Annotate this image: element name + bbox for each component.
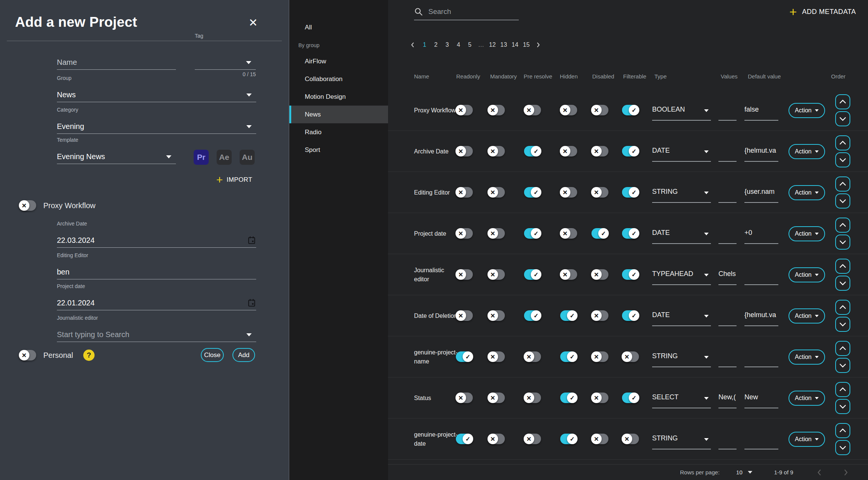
pre-resolve-toggle[interactable]: ✕ <box>524 351 541 362</box>
order-down-button[interactable] <box>835 235 850 250</box>
order-down-button[interactable] <box>835 317 850 332</box>
default-value-field[interactable] <box>744 348 778 367</box>
hidden-toggle[interactable]: ✕ <box>560 187 577 198</box>
default-value-field[interactable]: {helmut.va <box>744 307 778 326</box>
hidden-toggle[interactable]: ✓ <box>560 310 577 321</box>
action-button[interactable]: Action <box>789 144 825 159</box>
journalistic-editor-field[interactable]: Journalistic editor Start typing to Sear… <box>57 321 256 342</box>
filterable-toggle[interactable]: ✓ <box>622 228 639 239</box>
readonly-toggle[interactable]: ✕ <box>456 269 473 280</box>
order-up-button[interactable] <box>835 300 850 315</box>
readonly-toggle[interactable]: ✓ <box>456 351 473 362</box>
order-down-button[interactable] <box>835 152 850 167</box>
type-select[interactable]: DATE <box>652 142 711 162</box>
editing-editor-field[interactable]: Editing Editor ben <box>57 258 256 279</box>
order-up-button[interactable] <box>835 259 850 274</box>
disabled-toggle[interactable]: ✓ <box>591 228 608 239</box>
page-12[interactable]: 12 <box>489 41 496 48</box>
sidebar-item-airflow[interactable]: AirFlow <box>289 52 389 70</box>
hidden-toggle[interactable]: ✕ <box>560 146 577 156</box>
pre-resolve-toggle[interactable]: ✓ <box>524 310 541 321</box>
mandatory-toggle[interactable]: ✕ <box>488 310 505 321</box>
pre-resolve-toggle[interactable]: ✓ <box>524 228 541 239</box>
type-select[interactable]: BOOLEAN <box>652 101 711 121</box>
mandatory-toggle[interactable]: ✕ <box>488 351 505 362</box>
filterable-toggle[interactable]: ✕ <box>622 351 639 362</box>
hidden-toggle[interactable]: ✕ <box>560 269 577 280</box>
disabled-toggle[interactable]: ✕ <box>591 187 608 198</box>
sidebar-item-motion-design[interactable]: Motion Design <box>289 88 389 106</box>
mandatory-toggle[interactable]: ✕ <box>488 105 505 115</box>
footer-next-page-button[interactable] <box>842 468 850 477</box>
page-1[interactable]: 1 <box>421 41 428 48</box>
footer-prev-page-button[interactable] <box>815 468 824 477</box>
mandatory-toggle[interactable]: ✕ <box>488 393 505 403</box>
action-button[interactable]: Action <box>789 350 825 365</box>
values-field[interactable] <box>718 142 737 162</box>
name-field[interactable]: Name <box>57 49 176 70</box>
page-5[interactable]: 5 <box>466 41 474 48</box>
group-select[interactable]: Group News <box>57 81 256 102</box>
calendar-icon[interactable] <box>248 236 255 244</box>
order-up-button[interactable] <box>835 135 850 150</box>
add-metadata-button[interactable]: + ADD METADATA <box>789 6 856 17</box>
search-input[interactable]: Search <box>414 4 519 20</box>
type-select[interactable]: STRING <box>652 430 711 449</box>
readonly-toggle[interactable]: ✕ <box>456 105 473 115</box>
type-select[interactable]: DATE <box>652 224 711 244</box>
pre-resolve-toggle[interactable]: ✓ <box>524 187 541 198</box>
filterable-toggle[interactable]: ✓ <box>622 187 639 198</box>
disabled-toggle[interactable]: ✕ <box>591 146 608 156</box>
page-15[interactable]: 15 <box>523 41 530 48</box>
disabled-toggle[interactable]: ✕ <box>591 393 608 403</box>
action-button[interactable]: Action <box>789 432 825 447</box>
calendar-icon[interactable] <box>248 299 255 307</box>
category-select[interactable]: Category Evening <box>57 113 256 134</box>
readonly-toggle[interactable]: ✕ <box>456 228 473 239</box>
pre-resolve-toggle[interactable]: ✕ <box>524 105 541 115</box>
next-page-button[interactable] <box>535 41 542 48</box>
app-tile-pr[interactable]: Pr <box>194 150 209 165</box>
template-select[interactable]: Template Evening News <box>57 143 176 164</box>
rows-per-page-value[interactable]: 10 <box>736 469 743 475</box>
default-value-field[interactable] <box>744 265 778 285</box>
order-up-button[interactable] <box>835 423 850 438</box>
default-value-field[interactable]: +0 <box>744 224 778 244</box>
default-value-field[interactable] <box>744 430 778 449</box>
page-4[interactable]: 4 <box>455 41 462 48</box>
page-14[interactable]: 14 <box>511 41 519 48</box>
project-date-field[interactable]: Project date 22.01.2024 <box>57 289 256 310</box>
pre-resolve-toggle[interactable]: ✕ <box>524 393 541 403</box>
prev-page-button[interactable] <box>409 41 416 48</box>
hidden-toggle[interactable]: ✓ <box>560 434 577 444</box>
order-up-button[interactable] <box>835 176 850 192</box>
type-select[interactable]: STRING <box>652 348 711 367</box>
action-button[interactable]: Action <box>789 308 825 324</box>
hidden-toggle[interactable]: ✓ <box>560 351 577 362</box>
order-up-button[interactable] <box>835 382 850 397</box>
close-icon[interactable]: ✕ <box>246 15 261 30</box>
filterable-toggle[interactable]: ✓ <box>622 146 639 156</box>
page-2[interactable]: 2 <box>432 41 440 48</box>
disabled-toggle[interactable]: ✕ <box>591 434 608 444</box>
import-button[interactable]: + IMPORT <box>216 174 252 186</box>
action-button[interactable]: Action <box>789 103 825 118</box>
order-up-button[interactable] <box>835 218 850 233</box>
sidebar-item-collaboration[interactable]: Collaboration <box>289 70 389 88</box>
values-field[interactable] <box>718 183 737 203</box>
hidden-toggle[interactable]: ✕ <box>560 228 577 239</box>
mandatory-toggle[interactable]: ✕ <box>488 434 505 444</box>
readonly-toggle[interactable]: ✓ <box>456 434 473 444</box>
hidden-toggle[interactable]: ✓ <box>560 393 577 403</box>
values-field[interactable] <box>718 430 737 449</box>
values-field[interactable]: Chels <box>718 265 737 285</box>
add-button[interactable]: Add <box>232 348 255 362</box>
chevron-down-icon[interactable] <box>748 471 752 474</box>
readonly-toggle[interactable]: ✕ <box>456 393 473 403</box>
filterable-toggle[interactable]: ✓ <box>622 393 639 403</box>
help-icon[interactable]: ? <box>83 350 95 361</box>
filterable-toggle[interactable]: ✓ <box>622 105 639 115</box>
pre-resolve-toggle[interactable]: ✓ <box>524 269 541 280</box>
app-tile-au[interactable]: Au <box>240 150 255 165</box>
type-select[interactable]: STRING <box>652 183 711 203</box>
